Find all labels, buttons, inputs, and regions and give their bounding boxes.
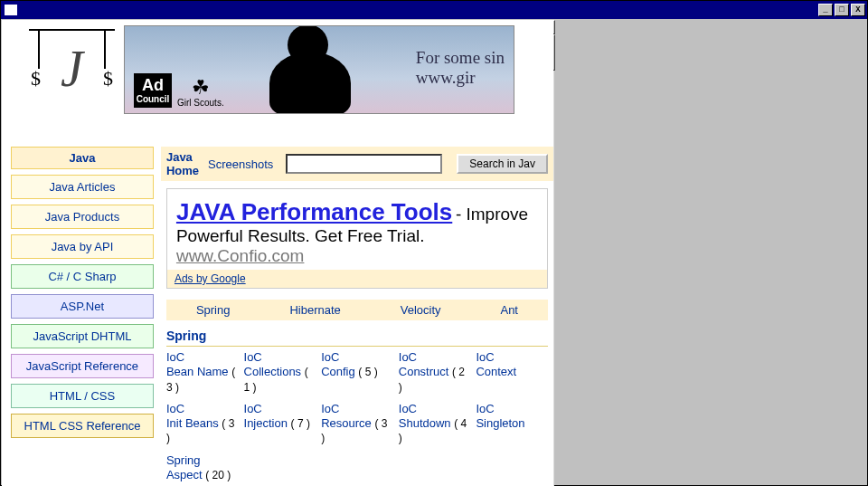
- topic-link[interactable]: SpringAspect ( 20 ): [166, 453, 239, 483]
- screenshots-link[interactable]: Screenshots: [208, 157, 273, 171]
- topic-link[interactable]: IoCConstruct ( 2 ): [399, 350, 471, 395]
- minimize-button[interactable]: _: [818, 4, 833, 16]
- ads-by-google-link[interactable]: Ads by Google: [167, 270, 547, 288]
- titlebar: _ □ X: [1, 1, 867, 19]
- top-navbar: Java Home Screenshots Search in Jav: [161, 147, 553, 181]
- topic-link[interactable]: IoCShutdown ( 4 ): [399, 402, 471, 446]
- category-tabs: SpringHibernateVelocityAnt: [166, 300, 548, 320]
- topic-link[interactable]: IoCInit Beans ( 3 ): [166, 402, 239, 446]
- topic-link: [476, 453, 548, 483]
- sidebar-item-7[interactable]: HTML / CSS: [11, 384, 154, 408]
- topic-link: [244, 453, 316, 483]
- java-home-link[interactable]: Java Home: [166, 150, 199, 177]
- content-sections: SpringIoCBean Name ( 3 )IoCCollections (…: [161, 326, 553, 486]
- topic-link: [399, 453, 471, 483]
- banner-ad-line1: For some sin: [416, 48, 505, 68]
- window-controls: _ □ X: [818, 4, 865, 16]
- ad-desc-1: - Improve: [456, 205, 528, 224]
- search-button[interactable]: Search in Jav: [457, 154, 548, 174]
- ad-council-logo: Ad Council: [134, 73, 172, 108]
- banner-ad-logos: Ad Council ☘ Girl Scouts.: [134, 73, 224, 108]
- topic-link: [321, 453, 393, 483]
- search-input[interactable]: [286, 154, 442, 174]
- topic-link[interactable]: IoCConfig ( 5 ): [321, 350, 393, 395]
- close-button[interactable]: X: [851, 4, 865, 16]
- topic-link[interactable]: IoCCollections ( 1 ): [244, 350, 316, 395]
- ad-url[interactable]: www.Confio.com: [176, 246, 305, 265]
- category-tab-ant[interactable]: Ant: [500, 303, 518, 317]
- sidebar-item-2[interactable]: Java by API: [11, 234, 154, 259]
- section-spring: SpringIoCBean Name ( 3 )IoCCollections (…: [166, 326, 548, 482]
- maximize-button[interactable]: □: [835, 4, 849, 16]
- sidebar-item-3[interactable]: C# / C Sharp: [11, 264, 154, 289]
- ad-title[interactable]: JAVA Performance Tools: [176, 198, 452, 225]
- system-menu-icon[interactable]: [5, 5, 17, 15]
- app-window: _ □ X ▲ J For some sin www.gir: [0, 0, 868, 486]
- header-banner: J For some sin www.gir Ad Council ☘ Girl…: [2, 20, 553, 119]
- topic-link[interactable]: IoCContext: [476, 350, 548, 395]
- banner-ad-line2: www.gir: [416, 68, 505, 88]
- girl-scouts-logo: ☘ Girl Scouts.: [177, 78, 224, 108]
- topic-link[interactable]: IoCSingleton: [476, 402, 548, 446]
- banner-silhouette: [251, 25, 369, 113]
- sidebar-item-8[interactable]: HTML CSS Reference: [11, 414, 154, 438]
- sidebar-item-1[interactable]: Java Products: [11, 205, 154, 229]
- sidebar-item-0[interactable]: Java Articles: [11, 175, 154, 199]
- category-tab-spring[interactable]: Spring: [196, 303, 231, 317]
- section-heading: Spring: [166, 326, 548, 347]
- sidebar-heading: Java: [11, 147, 154, 169]
- category-tab-hibernate[interactable]: Hibernate: [289, 303, 340, 317]
- banner-ad-text: For some sin www.gir: [416, 48, 505, 88]
- ad-desc-2: Powerful Results. Get Free Trial.: [176, 226, 425, 245]
- topic-link[interactable]: IoCBean Name ( 3 ): [166, 350, 239, 395]
- sidebar-item-6[interactable]: JavaScript Reference: [11, 354, 154, 378]
- main-layout: Java Java ArticlesJava ProductsJava by A…: [2, 119, 553, 486]
- topic-link[interactable]: IoCInjection ( 7 ): [244, 402, 316, 446]
- logo-letter: J: [61, 40, 83, 98]
- topic-link[interactable]: IoCResource ( 3 ): [321, 402, 393, 446]
- sidebar-item-4[interactable]: ASP.Net: [11, 294, 154, 319]
- banner-ad[interactable]: For some sin www.gir Ad Council ☘ Girl S…: [124, 25, 514, 114]
- sidebar-item-5[interactable]: JavaScript DHTML: [11, 324, 154, 348]
- category-tab-velocity[interactable]: Velocity: [401, 303, 441, 317]
- site-logo[interactable]: J: [29, 29, 115, 101]
- sidebar-nav: Java Java ArticlesJava ProductsJava by A…: [11, 147, 154, 486]
- trefoil-icon: ☘: [177, 78, 224, 98]
- page-viewport: J For some sin www.gir Ad Council ☘ Girl…: [2, 20, 553, 486]
- main-column: Java Home Screenshots Search in Jav JAVA…: [161, 147, 553, 486]
- google-ad[interactable]: JAVA Performance Tools - Improve Powerfu…: [166, 188, 548, 289]
- link-grid: IoCBean Name ( 3 )IoCCollections ( 1 )Io…: [166, 350, 548, 482]
